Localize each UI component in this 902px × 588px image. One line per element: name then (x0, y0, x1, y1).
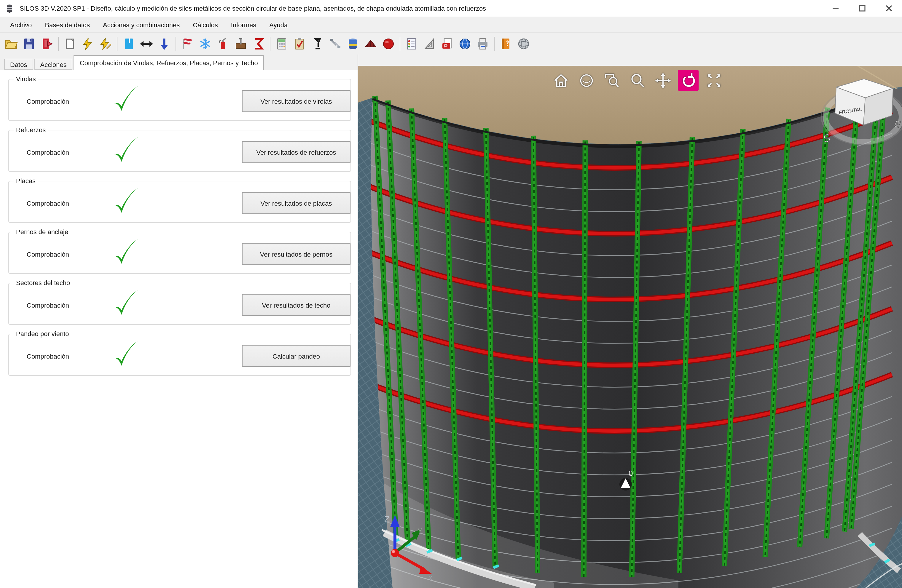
check-ok-icon (111, 186, 143, 217)
app-window: SILOS 3D V.2020 SP1 - Diseño, cálculo y … (0, 0, 902, 588)
axis-y-label: Y (418, 527, 422, 535)
check-ok-icon (111, 134, 143, 167)
groupbox-virolas: Virolas Comprobación Ver resultados de v… (8, 79, 351, 121)
groupbox-placas: Placas Comprobación Ver resultados de pl… (8, 181, 351, 223)
orbit-icon[interactable] (576, 70, 597, 91)
menu-ayuda[interactable]: Ayuda (263, 18, 294, 31)
zoom-window-icon[interactable] (601, 70, 622, 91)
ver-resultados-virolas-button[interactable]: Ver resultados de virolas (242, 90, 351, 112)
check-label: Comprobación (27, 302, 69, 309)
toolbar-separator (400, 36, 400, 51)
menu-bases-de-datos[interactable]: Bases de datos (38, 18, 96, 31)
actions-lightning-icon[interactable] (79, 35, 97, 52)
check-label: Comprobación (27, 353, 69, 360)
menu-archivo[interactable]: Archivo (3, 18, 38, 31)
toolbar-separator (270, 36, 271, 51)
silo-cylinder-icon[interactable] (344, 35, 362, 52)
menu-informes[interactable]: Informes (224, 18, 263, 31)
toolbar-separator (58, 36, 59, 51)
silo-3d-scene: 0 Z Y X (358, 66, 902, 588)
toolbar (0, 32, 902, 55)
close-button[interactable] (875, 0, 902, 17)
app-icon (5, 3, 14, 13)
check-ok-icon (111, 84, 143, 116)
maximize-button[interactable] (849, 0, 875, 17)
groupbox-refuerzos: Refuerzos Comprobación Ver resultados de… (8, 130, 351, 172)
home-view-icon[interactable] (550, 70, 571, 91)
glass-goblet-icon[interactable] (308, 35, 326, 52)
groupbox-pernos-anclaje: Pernos de anclaje Comprobación Ver resul… (8, 232, 351, 274)
check-ok-icon (111, 236, 143, 269)
anchor-bolt-icon[interactable] (232, 35, 250, 52)
open-folder-icon[interactable] (2, 35, 20, 52)
check-label: Comprobación (27, 200, 69, 207)
toolbar-separator (494, 36, 495, 51)
calculator-icon[interactable] (273, 35, 291, 52)
check-results-panel: Virolas Comprobación Ver resultados de v… (0, 70, 358, 376)
ver-resultados-placas-button[interactable]: Ver resultados de placas (242, 192, 351, 214)
minimize-button[interactable] (822, 0, 849, 17)
groupbox-title: Virolas (14, 75, 38, 82)
groupbox-title: Sectores del techo (14, 279, 72, 286)
width-arrows-icon[interactable] (138, 35, 155, 52)
groupbox-sectores-techo: Sectores del techo Comprobación Ver resu… (8, 283, 351, 325)
tab-comprobacion[interactable]: Comprobación de Virolas, Refuerzos, Plac… (74, 55, 264, 70)
report-list-icon[interactable] (402, 35, 420, 52)
check-clipboard-icon[interactable] (291, 35, 308, 52)
pan-icon[interactable] (652, 70, 673, 91)
rotate-icon[interactable] (678, 70, 698, 91)
zoom-icon[interactable] (627, 70, 648, 91)
tab-datos[interactable]: Datos (4, 59, 33, 70)
viewport-3d[interactable]: 0 Z Y X (358, 55, 902, 588)
check-ok-icon (111, 338, 143, 371)
groupbox-title: Refuerzos (14, 126, 48, 133)
viewport-nav-toolbar (550, 70, 724, 91)
groupbox-title: Pandeo por viento (14, 330, 72, 337)
check-ok-icon (111, 288, 143, 319)
save-icon[interactable] (20, 35, 38, 52)
ver-resultados-refuerzos-button[interactable]: Ver resultados de refuerzos (242, 141, 351, 163)
groupbox-title: Pernos de anclaje (14, 228, 70, 235)
window-title: SILOS 3D V.2020 SP1 - Diseño, cálculo y … (20, 5, 822, 12)
check-label: Comprobación (27, 98, 69, 105)
web-sphere-icon[interactable] (515, 35, 532, 52)
wind-flag-icon[interactable] (179, 35, 196, 52)
title-bar: SILOS 3D V.2020 SP1 - Diseño, cálculo y … (0, 0, 902, 17)
groupbox-title: Placas (14, 177, 38, 185)
check-label: Comprobación (27, 251, 69, 258)
groupbox-pandeo-viento: Pandeo por viento Comprobación Calcular … (8, 334, 351, 376)
fire-extinguisher-icon[interactable] (214, 35, 232, 52)
left-panel: Datos Acciones Comprobación de Virolas, … (0, 55, 358, 588)
down-arrow-icon[interactable] (155, 35, 173, 52)
menu-acciones-combinaciones[interactable]: Acciones y combinaciones (96, 18, 186, 31)
edit-actions-lightning-icon[interactable] (97, 35, 114, 52)
roof-icon[interactable] (362, 35, 379, 52)
set-square-icon[interactable] (420, 35, 438, 52)
viewport-top-strip (358, 55, 902, 66)
menu-calculos[interactable]: Cálculos (186, 18, 224, 31)
fullscreen-icon[interactable] (703, 70, 724, 91)
help-book-icon[interactable] (497, 35, 515, 52)
check-label: Comprobación (27, 149, 69, 156)
toolbar-separator (117, 36, 117, 51)
toolbar-separator (175, 36, 176, 51)
exit-icon[interactable] (38, 35, 56, 52)
new-document-icon[interactable] (61, 35, 79, 52)
axis-x-label: X (428, 574, 432, 582)
cursor-node-label: 0 (629, 469, 633, 478)
ver-resultados-pernos-button[interactable]: Ver resultados de pernos (242, 243, 351, 265)
tab-strip: Datos Acciones Comprobación de Virolas, … (0, 55, 358, 70)
materials-book-icon[interactable] (120, 35, 138, 52)
ver-resultados-techo-button[interactable]: Ver resultados de techo (242, 294, 351, 316)
printer-icon[interactable] (474, 35, 492, 52)
sphere-icon[interactable] (379, 35, 397, 52)
sum-sigma-icon[interactable] (250, 35, 268, 52)
menu-bar: Archivo Bases de datos Acciones y combin… (0, 17, 902, 32)
snowflake-icon[interactable] (196, 35, 214, 52)
calcular-pandeo-button[interactable]: Calcular pandeo (242, 345, 351, 367)
bolts-icon[interactable] (326, 35, 344, 52)
pdf-document-icon[interactable] (438, 35, 456, 52)
globe-icon[interactable] (456, 35, 474, 52)
tab-acciones[interactable]: Acciones (34, 59, 73, 70)
axis-z-label: Z (384, 514, 390, 524)
